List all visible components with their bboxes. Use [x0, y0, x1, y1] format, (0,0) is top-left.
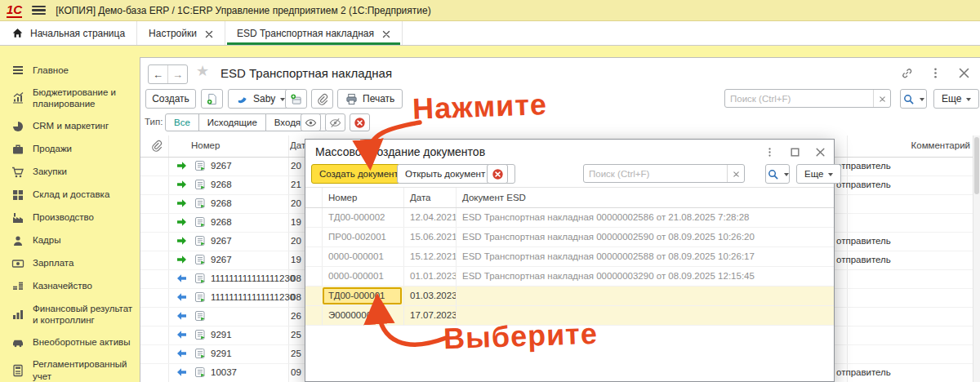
- sidebar-item[interactable]: Продажи: [0, 143, 139, 156]
- create-button[interactable]: Создать: [145, 89, 196, 109]
- sidebar-item[interactable]: Внеоборотные активы: [0, 335, 139, 349]
- tab-close-icon[interactable]: [382, 29, 390, 38]
- sidebar-item-label: Регламентированный учет: [33, 358, 134, 382]
- sidebar-item[interactable]: Финансовый результат и контроллинг: [0, 303, 139, 326]
- dialog-row[interactable]: 0000-00000101.01.2023ESD Транспортная на…: [305, 267, 834, 286]
- type-filter-option[interactable]: Все: [165, 113, 199, 131]
- tab-close-icon[interactable]: [205, 29, 213, 38]
- window-titlebar: 1С [КОПИЯ] Демо-база ERP / 1С:ERP Управл…: [0, 0, 980, 21]
- eye-icon: [305, 117, 317, 129]
- link-icon[interactable]: [901, 67, 913, 79]
- search-box: [724, 89, 891, 108]
- sidebar-item[interactable]: Зарплата: [0, 257, 139, 270]
- sidebar-item[interactable]: Казначейство: [0, 280, 139, 293]
- document-icon: [194, 235, 206, 247]
- sidebar-item-label: Продажи: [33, 143, 72, 154]
- search-icon: [902, 93, 915, 105]
- scrollbar[interactable]: [973, 135, 980, 382]
- box-plus-icon: [290, 93, 302, 105]
- purchases-icon: [11, 166, 24, 179]
- row-number: 9268: [211, 213, 232, 232]
- dialog-search-options-button[interactable]: [765, 164, 790, 184]
- dialog-row[interactable]: ТД00-00000212.04.2021ESD Транспортная на…: [305, 208, 834, 228]
- attachments-button[interactable]: [311, 89, 333, 109]
- dialog-row[interactable]: Э000000000117.07.2023: [305, 306, 834, 326]
- dialog-row-date: 15.06.2021: [403, 228, 456, 247]
- more-label: Еще: [804, 169, 823, 179]
- dialog-row-doc: [456, 306, 834, 325]
- sidebar-item[interactable]: CRM и маркетинг: [0, 120, 139, 133]
- mass-create-button[interactable]: [285, 89, 307, 109]
- sidebar-item-label: Кадры: [33, 234, 60, 246]
- red-cancel-icon: [354, 117, 366, 129]
- dialog-search-box: [583, 164, 745, 183]
- warehouse-icon: [11, 189, 24, 202]
- favorite-star-icon[interactable]: ★: [196, 64, 209, 78]
- dialog-cancel-button[interactable]: [487, 164, 508, 184]
- dialog-more-menu-icon[interactable]: [764, 146, 775, 157]
- search-icon: [767, 168, 779, 180]
- close-form-icon[interactable]: [958, 67, 970, 79]
- dialog-more-button[interactable]: Еще: [796, 164, 841, 184]
- sidebar-item-label: Бюджетирование и планирование: [33, 87, 134, 110]
- tab-2[interactable]: Настройки: [137, 21, 225, 45]
- sidebar-item[interactable]: Кадры: [0, 234, 139, 247]
- dialog-date-column-header: Дата: [403, 188, 456, 207]
- hr-icon: [11, 234, 24, 247]
- document-icon: [194, 366, 206, 378]
- print-button[interactable]: Печать: [337, 89, 403, 109]
- attachment-column-icon: [150, 140, 163, 152]
- sidebar: ГлавноеБюджетирование и планированиеCRM …: [0, 46, 139, 382]
- back-button[interactable]: ←: [149, 65, 167, 83]
- dialog-search-input[interactable]: [584, 165, 727, 182]
- main-menu-icon[interactable]: [32, 6, 46, 16]
- dialog-row[interactable]: ПР00-00200115.06.2021ESD Транспортная на…: [305, 228, 834, 247]
- tab-1[interactable]: Начальная страница: [0, 21, 137, 45]
- dialog-search-clear-button[interactable]: [727, 165, 744, 182]
- more-menu-icon[interactable]: [929, 67, 942, 79]
- saby-menu-button[interactable]: Saby: [228, 89, 293, 109]
- more-button[interactable]: Еще: [933, 89, 979, 109]
- dialog-row-spacer: [305, 306, 322, 325]
- dialog-row-doc: ESD Транспортная накладная 00000003290 о…: [456, 267, 834, 286]
- sales-icon: [11, 143, 24, 156]
- row-comment-fragment: отправитель: [836, 251, 891, 269]
- sidebar-item[interactable]: Регламентированный учет: [0, 358, 139, 382]
- document-icon: [194, 179, 206, 190]
- red-cancel-icon: [492, 168, 504, 180]
- chevron-down-icon: [828, 173, 833, 179]
- search-options-button[interactable]: [900, 89, 927, 109]
- dialog-row-number: 0000-000001: [322, 267, 403, 286]
- tab-label: Настройки: [149, 28, 197, 39]
- sidebar-item-label: CRM и маркетинг: [33, 120, 109, 131]
- sidebar-item-label: Производство: [33, 211, 94, 223]
- incoming-arrow-icon: [176, 367, 187, 377]
- printer-icon: [345, 93, 358, 105]
- create-document-copy-button[interactable]: [201, 89, 223, 109]
- 1c-logo: 1С: [7, 3, 22, 18]
- sidebar-item[interactable]: Главное: [0, 64, 139, 77]
- dialog-close-icon[interactable]: [815, 146, 826, 157]
- sidebar-item[interactable]: Бюджетирование и планирование: [0, 87, 139, 110]
- search-clear-button[interactable]: [873, 90, 890, 107]
- dialog-row-number: Э0000000001: [322, 306, 403, 325]
- row-number: 9268: [211, 194, 232, 213]
- sidebar-item[interactable]: Производство: [0, 211, 139, 224]
- tab-label: Начальная страница: [30, 28, 125, 39]
- hide-button[interactable]: [325, 113, 345, 131]
- row-number: 10037: [211, 363, 237, 382]
- sidebar-item[interactable]: Склад и доставка: [0, 189, 139, 202]
- row-number: 9268: [211, 175, 232, 194]
- tab-3[interactable]: ESD Транспортная накладная: [225, 21, 403, 45]
- forward-button[interactable]: →: [167, 65, 187, 83]
- type-filter-option[interactable]: Исходящие: [198, 113, 266, 131]
- document-icon: [194, 216, 206, 228]
- search-input[interactable]: [725, 90, 873, 107]
- cancel-filter-button[interactable]: [350, 113, 370, 131]
- sidebar-item[interactable]: Закупки: [0, 166, 139, 179]
- dialog-row[interactable]: 0000-00000115.12.2021ESD Транспортная на…: [305, 247, 834, 267]
- show-button[interactable]: [301, 113, 321, 131]
- dialog-row-date: 01.01.2023: [403, 267, 456, 286]
- dialog-maximize-icon[interactable]: [790, 146, 800, 157]
- dialog-row[interactable]: ТД00-00000101.03.2023: [305, 286, 834, 306]
